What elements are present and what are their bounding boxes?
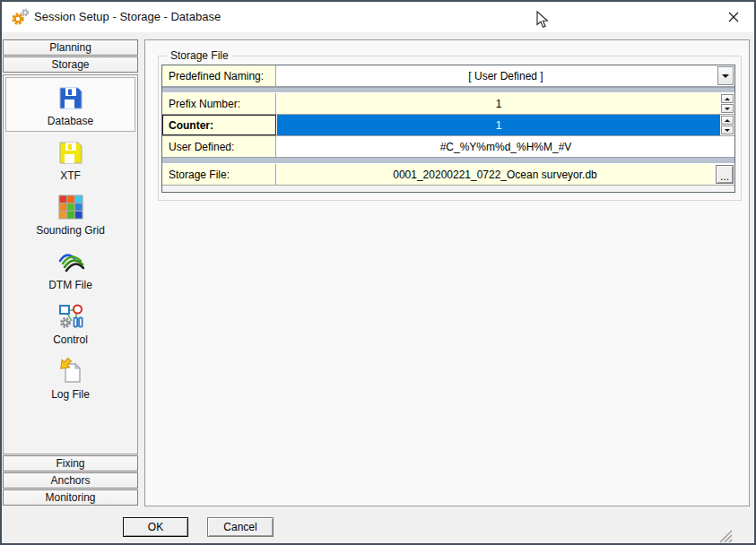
sidebar-button-storage[interactable]: Storage	[3, 56, 138, 73]
sidebar-item-label: Database	[6, 115, 135, 127]
storage-file-field[interactable]: 0001_20200221_0722_Ocean surveyor.db	[277, 164, 713, 185]
sidebar-item-label: Log File	[5, 388, 135, 401]
control-shapes-icon	[57, 303, 84, 330]
prefix-number-value: 1	[496, 98, 502, 110]
floppy-yellow-icon	[57, 139, 84, 166]
counter-spin-down-button[interactable]	[721, 125, 734, 134]
prefix-number-label: Prefix Number:	[162, 93, 276, 114]
prefix-number-spin-down-button[interactable]	[721, 104, 734, 113]
close-button[interactable]	[720, 5, 747, 29]
sidebar-nav-panel: Database XTF	[3, 74, 138, 454]
storage-file-value: 0001_20200221_0722_Ocean surveyor.db	[393, 169, 597, 181]
user-defined-label: User Defined:	[162, 136, 276, 157]
row-predefined-naming: Predefined Naming: [ User Defined ]	[162, 65, 734, 87]
arrow-down-icon	[725, 129, 730, 132]
arrow-up-icon	[725, 119, 730, 122]
storage-file-table: Predefined Naming: [ User Defined ] Pref…	[161, 65, 735, 193]
sidebar-item-log-file[interactable]: Log File	[5, 350, 135, 405]
browse-button[interactable]: ...	[716, 165, 734, 184]
counter-spinner	[720, 115, 734, 135]
sidebar-item-database[interactable]: Database	[5, 77, 135, 132]
chevron-down-icon	[722, 74, 729, 78]
window-title: Session Setup - Storage - Database	[34, 2, 221, 32]
user-defined-field[interactable]: #C_%Y%m%d_%H%M_#V	[277, 136, 734, 157]
counter-spin-up-button[interactable]	[721, 116, 734, 125]
sidebar-item-xtf[interactable]: XTF	[5, 132, 135, 186]
arrow-up-icon	[725, 98, 730, 100]
user-defined-value: #C_%Y%m%d_%H%M_#V	[440, 141, 572, 153]
session-setup-window: Session Setup - Storage - Database Plann…	[0, 0, 756, 545]
sidebar-item-dtm-file[interactable]: DTM File	[5, 241, 135, 296]
row-prefix-number: Prefix Number: 1	[162, 93, 734, 115]
sidebar-item-label: Sounding Grid	[5, 224, 135, 237]
row-user-defined: User Defined: #C_%Y%m%d_%H%M_#V	[162, 136, 734, 157]
row-storage-file: Storage File: 0001_20200221_0722_Ocean s…	[162, 164, 734, 186]
sidebar-item-sounding-grid[interactable]: Sounding Grid	[5, 186, 135, 241]
arrow-down-icon	[725, 108, 730, 110]
predefined-naming-label: Predefined Naming:	[162, 65, 276, 86]
floppy-blue-icon	[57, 84, 84, 111]
prefix-number-spinner	[720, 93, 734, 114]
prefix-number-spin-up-button[interactable]	[721, 94, 734, 103]
titlebar: Session Setup - Storage - Database	[2, 2, 754, 32]
color-grid-icon	[57, 194, 84, 221]
storage-file-label: Storage File:	[162, 164, 276, 185]
resize-grip[interactable]	[717, 527, 733, 545]
sidebar-item-label: DTM File	[5, 279, 135, 291]
separator-row	[162, 87, 734, 93]
log-file-icon	[57, 358, 84, 385]
prefix-number-field[interactable]: 1	[277, 93, 720, 114]
predefined-naming-value: [ User Defined ]	[468, 70, 543, 82]
sidebar-button-planning[interactable]: Planning	[3, 39, 138, 56]
app-gears-icon	[10, 8, 31, 30]
dtm-swoosh-icon	[57, 248, 84, 275]
sidebar-item-label: XTF	[5, 169, 135, 182]
sidebar-item-label: Control	[5, 333, 135, 346]
separator-row	[162, 157, 734, 164]
sidebar-button-fixing[interactable]: Fixing	[3, 455, 138, 471]
row-counter: Counter: 1	[162, 115, 734, 136]
sidebar-button-anchors[interactable]: Anchors	[3, 472, 138, 489]
counter-value: 1	[496, 119, 502, 132]
ok-button[interactable]: OK	[123, 517, 188, 537]
groupbox-title: Storage File	[167, 49, 232, 62]
sidebar-item-control[interactable]: Control	[5, 296, 135, 350]
cancel-button[interactable]: Cancel	[207, 517, 274, 537]
counter-label: Counter:	[162, 115, 276, 135]
counter-field[interactable]: 1	[277, 115, 720, 135]
predefined-naming-select[interactable]: [ User Defined ]	[277, 65, 734, 86]
predefined-naming-dropdown-button[interactable]	[717, 66, 734, 85]
sidebar-button-monitoring[interactable]: Monitoring	[3, 489, 138, 506]
